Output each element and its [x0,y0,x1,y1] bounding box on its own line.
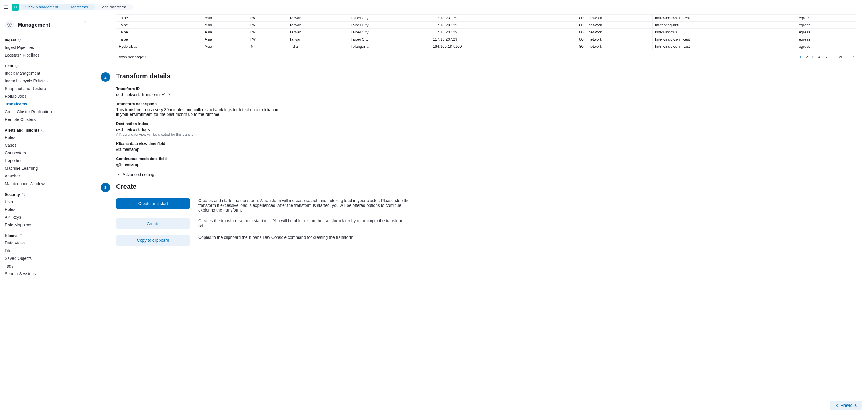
rows-per-page-select[interactable]: Rows per page: 5 [117,55,153,59]
chevron-left-icon [835,403,839,408]
sidebar-item-tags[interactable]: Tags [0,262,89,270]
sidebar-item-index-lifecycle-policies[interactable]: Index Lifecycle Policies [0,77,89,85]
sidebar-item-maintenance-windows[interactable]: Maintenance Windows [0,180,89,187]
breadcrumb-clone-transform: Clone transform [93,4,130,10]
table-cell: egress [796,36,856,43]
info-icon [22,193,25,197]
table-cell: TW [247,14,287,22]
sidebar-item-connectors[interactable]: Connectors [0,149,89,157]
sidebar-header: Management [0,19,89,34]
time-field-label: Kibana data view time field [116,141,282,146]
sidebar-group-kibana: Kibana [0,231,89,239]
sidebar-item-data-views[interactable]: Data Views [0,239,89,247]
page-3[interactable]: 3 [812,55,814,59]
advanced-settings-toggle[interactable]: Advanced settings [116,172,282,177]
sidebar-item-machine-learning[interactable]: Machine Learning [0,165,89,172]
table-cell: Taipei City [348,29,430,36]
page-5[interactable]: 5 [825,55,827,59]
sidebar-item-transforms[interactable]: Transforms [0,100,89,108]
sidebar-item-snapshot-and-restore[interactable]: Snapshot and Restore [0,85,89,92]
table-cell: TW [247,22,287,29]
sidebar-item-ingest-pipelines[interactable]: Ingest Pipelines [0,43,89,51]
table-cell: egress [796,29,856,36]
table-cell: kirti-windows-lm-test [652,14,796,22]
page-1[interactable]: 1 [799,55,801,59]
table-cell: Taipei City [348,36,430,43]
page-4[interactable]: 4 [818,55,820,59]
page-20[interactable]: 20 [839,55,843,59]
destination-index-value: ded_network_logs [116,127,282,132]
sidebar-item-search-sessions[interactable]: Search Sessions [0,270,89,278]
sidebar-item-remote-clusters[interactable]: Remote Clusters [0,116,89,123]
sidebar-item-files[interactable]: Files [0,247,89,255]
avatar[interactable]: D [12,4,19,11]
table-row: HyderabadAsiaINIndiaTelangana164.100.187… [116,43,856,50]
page-prev-icon[interactable] [792,55,795,59]
table-cell: 117.18.237.29 [430,22,552,29]
table-cell: 117.18.237.29 [430,36,552,43]
table-row: TaipeiAsiaTWTaiwanTaipei City117.18.237.… [116,22,856,29]
time-field-value: @timestamp [116,147,282,152]
chevron-right-icon [116,173,120,177]
table-cell: 164.100.187.100 [430,43,552,50]
previous-button[interactable]: Previous [830,400,862,410]
sidebar-group-security: Security [0,190,89,198]
sidebar-item-api-keys[interactable]: API keys [0,213,89,221]
page-2[interactable]: 2 [806,55,808,59]
step-badge-2: 2 [101,72,110,82]
copy-to-clipboard-button[interactable]: Copy to clipboard [116,235,190,246]
table-cell: 80 [552,14,586,22]
table-row: TaipeiAsiaTWTaiwanTaipei City117.18.237.… [116,36,856,43]
breadcrumb-stack-management[interactable]: Stack Management [21,4,63,10]
menu-toggle-icon[interactable] [2,4,9,11]
transform-id-value: ded_network_transform_v1.0 [116,92,282,97]
table-cell: network [586,36,652,43]
destination-index-label: Destination index [116,121,282,126]
page-next-icon[interactable] [851,55,855,59]
table-cell: Taipei City [348,14,430,22]
table-cell: Taipei [116,36,202,43]
table-cell: Taipei [116,14,202,22]
transform-desc-value: This transform runs every 30 minutes and… [116,107,282,117]
sidebar-item-watcher[interactable]: Watcher [0,172,89,180]
topbar: D Stack Management Transforms Clone tran… [0,0,868,14]
create-and-start-button[interactable]: Create and start [116,198,190,209]
svg-point-8 [16,65,18,67]
sidebar-item-saved-objects[interactable]: Saved Objects [0,255,89,262]
table-cell: IN [247,43,287,50]
table-cell: network [586,29,652,36]
table-cell: 80 [552,36,586,43]
table-cell: lm-testing-kirti [652,22,796,29]
table-cell: Telangana [348,43,430,50]
table-cell: 117.18.237.29 [430,14,552,22]
svg-point-3 [9,24,10,26]
create-button[interactable]: Create [116,218,190,229]
sidebar-item-cases[interactable]: Cases [0,141,89,149]
table-cell: India [287,43,348,50]
table-cell: 117.18.237.29 [430,29,552,36]
table-cell: egress [796,22,856,29]
table-cell: Taiwan [287,29,348,36]
preview-table: TaipeiAsiaTWTaiwanTaipei City117.18.237.… [116,14,856,50]
sidebar-item-rules[interactable]: Rules [0,133,89,141]
sidebar-item-index-management[interactable]: Index Management [0,69,89,77]
collapse-sidebar-icon[interactable] [81,19,87,25]
table-cell: egress [796,14,856,22]
sidebar-group-ingest: Ingest [0,35,89,43]
sidebar-item-reporting[interactable]: Reporting [0,157,89,165]
table-cell: Asia [202,43,247,50]
sidebar-item-role-mappings[interactable]: Role Mappings [0,221,89,229]
table-cell: network [586,14,652,22]
table-cell: Hyderabad [116,43,202,50]
breadcrumb-transforms[interactable]: Transforms [63,4,93,10]
sidebar-item-logstash-pipelines[interactable]: Logstash Pipelines [0,51,89,59]
sidebar-item-cross-cluster-replication[interactable]: Cross-Cluster Replication [0,108,89,116]
destination-index-help: A Kibana data view will be created for t… [116,132,282,137]
sidebar-item-users[interactable]: Users [0,198,89,206]
table-cell: Asia [202,29,247,36]
sidebar-item-roles[interactable]: Roles [0,206,89,213]
info-icon [41,128,45,132]
table-cell: 80 [552,22,586,29]
table-cell: Taipei [116,29,202,36]
sidebar-item-rollup-jobs[interactable]: Rollup Jobs [0,92,89,100]
